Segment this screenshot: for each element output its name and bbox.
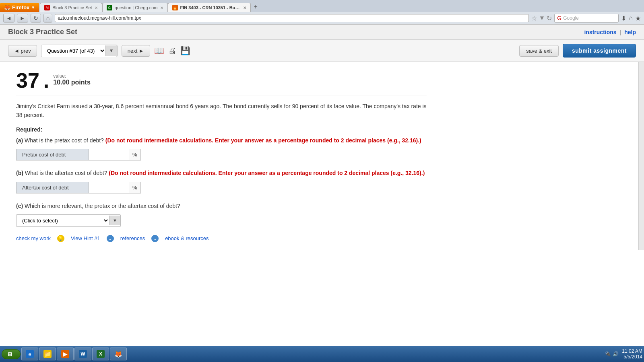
back-button[interactable]: ◄ <box>3 14 14 23</box>
forward-button[interactable]: ► <box>17 14 28 23</box>
firefox-label: Firefox <box>12 4 29 10</box>
part-a-question: What is the pretax cost of debt? <box>25 137 104 144</box>
tab-favicon-fin3403: 🔥 <box>172 5 178 10</box>
next-button[interactable]: next ► <box>122 45 150 57</box>
tab-favicon-chegg: G <box>107 5 112 10</box>
new-tab-button[interactable]: + <box>251 2 261 12</box>
part-c-label: (c) <box>16 203 23 209</box>
view-hint-link[interactable]: View Hint #1 <box>71 235 100 241</box>
part-c-dropdown-wrapper[interactable]: (Click to select) Pretax cost of debt Af… <box>16 214 121 227</box>
part-c-row: (c) Which is more relevant, the pretax o… <box>16 202 427 210</box>
question-area: 37 . value: 10.00 points Jiminy's Cricke… <box>0 62 443 250</box>
nav-bookmark-icon: ★ <box>635 14 641 22</box>
question-number-row: 37 . value: 10.00 points <box>16 70 427 91</box>
tab-close-chegg[interactable]: ✕ <box>160 6 163 10</box>
question-select[interactable]: Question #37 (of 43) <box>41 45 105 57</box>
home-button[interactable]: ⌂ <box>43 14 52 23</box>
value-label: value: <box>53 73 90 79</box>
search-engine-icon: G <box>557 15 561 21</box>
search-box[interactable]: G Google <box>554 14 619 23</box>
ebook-link[interactable]: ebook & resources <box>165 235 208 241</box>
tab-close-fin3403[interactable]: ✕ <box>243 6 246 10</box>
download-icon: ⬇ <box>621 14 626 22</box>
tab-fin3403[interactable]: 🔥 FIN 3403 - CRN 10351 - Business Fina..… <box>168 3 251 12</box>
reload-icon: ↻ <box>547 14 552 22</box>
references-link[interactable]: references <box>120 235 145 241</box>
part-c-question: Which is more relevant, the pretax or th… <box>25 203 180 209</box>
tab-chegg[interactable]: G question | Chegg.com ✕ <box>102 3 168 12</box>
bookmark-star-icon: ☆ <box>531 14 537 22</box>
hint-bulb-icon: 💡 <box>57 235 64 242</box>
part-b-instruction: (Do not round intermediate calculations.… <box>109 170 425 176</box>
part-c-block: (c) Which is more relevant, the pretax o… <box>16 202 427 227</box>
question-dot: . <box>43 70 49 91</box>
question-number: 37 <box>16 70 39 91</box>
part-a-label: (a) <box>16 137 23 144</box>
tab-close-block3[interactable]: ✕ <box>95 6 98 10</box>
part-b-label: (b) <box>16 170 23 176</box>
address-bar[interactable]: ezto.mhecloud.mcgraw-hill.com/hm.tpx <box>55 14 529 22</box>
part-b-input-label: Aftertax cost of debt <box>16 182 89 193</box>
page-header: Block 3 Practice Set instructions | help <box>0 25 644 40</box>
save-icon[interactable]: 💾 <box>180 46 190 56</box>
address-text: ezto.mhecloud.mcgraw-hill.com/hm.tpx <box>58 15 141 21</box>
tab-label-block3: Block 3 Practice Set <box>52 5 92 10</box>
part-a-row: (a) What is the pretax cost of debt? (Do… <box>16 136 427 145</box>
tab-favicon-block3: M <box>44 5 50 10</box>
print-icon[interactable]: 🖨 <box>168 46 176 56</box>
firefox-dropdown-icon: ▼ <box>31 5 35 10</box>
part-a-input-label: Pretax cost of debt <box>16 149 89 160</box>
header-links: instructions | help <box>584 29 636 35</box>
book-icon[interactable]: 📖 <box>154 46 164 56</box>
page-title: Block 3 Practice Set <box>8 28 77 36</box>
part-a-input[interactable] <box>89 149 129 160</box>
question-select-wrapper[interactable]: Question #37 (of 43) ▼ <box>41 45 118 57</box>
header-divider: | <box>620 29 621 35</box>
search-placeholder: Google <box>563 15 579 21</box>
save-exit-button[interactable]: save & exit <box>519 45 559 57</box>
part-a-instruction: (Do not round intermediate calculations.… <box>105 137 421 144</box>
reload-button[interactable]: ↻ <box>31 14 41 23</box>
part-b-question: What is the aftertax cost of debt? <box>25 170 107 176</box>
submit-assignment-button[interactable]: submit assignment <box>563 44 636 58</box>
tab-label-chegg: question | Chegg.com <box>115 5 158 10</box>
tab-block3[interactable]: M Block 3 Practice Set ✕ <box>40 3 102 12</box>
scrollbar-track[interactable] <box>638 62 644 250</box>
nav-home-icon: ⌂ <box>629 14 633 22</box>
question-text: Jiminy's Cricket Farm issued a 30-year, … <box>16 102 427 120</box>
ebook-chevron-icon: ⌄ <box>151 235 159 242</box>
bottom-links: check my work 💡 View Hint #1 ⌄ reference… <box>16 235 427 242</box>
part-b-input-row: Aftertax cost of debt % <box>16 182 427 193</box>
part-c-dropdown-arrow-icon: ▼ <box>109 216 120 225</box>
back-history-icon: ▼ <box>539 14 545 22</box>
part-b-row: (b) What is the aftertax cost of debt? (… <box>16 169 427 177</box>
part-b-input[interactable] <box>89 182 129 193</box>
part-b-block: (b) What is the aftertax cost of debt? (… <box>16 169 427 193</box>
tab-label-fin3403: FIN 3403 - CRN 10351 - Business Fina... <box>180 5 241 10</box>
question-divider <box>16 95 427 95</box>
value-block: value: 10.00 points <box>53 70 90 86</box>
check-my-work-link[interactable]: check my work <box>16 235 51 241</box>
references-chevron-icon: ⌄ <box>107 235 114 242</box>
part-c-dropdown[interactable]: (Click to select) Pretax cost of debt Af… <box>17 215 109 226</box>
part-a-block: (a) What is the pretax cost of debt? (Do… <box>16 136 427 160</box>
select-arrow-icon: ▼ <box>105 45 117 56</box>
prev-button[interactable]: ◄ prev <box>8 45 37 57</box>
part-a-input-row: Pretax cost of debt % <box>16 149 427 160</box>
value-points: 10.00 points <box>53 79 90 86</box>
firefox-icon: 🦊 <box>4 4 10 10</box>
required-label: Required: <box>16 126 427 133</box>
toolbar: ◄ prev Question #37 (of 43) ▼ next ► 📖 🖨… <box>0 40 644 62</box>
firefox-button[interactable]: 🦊 Firefox ▼ <box>0 3 39 12</box>
main-content: 37 . value: 10.00 points Jiminy's Cricke… <box>0 62 638 250</box>
instructions-link[interactable]: instructions <box>584 29 616 35</box>
help-link[interactable]: help <box>624 29 636 35</box>
part-a-unit: % <box>129 149 141 160</box>
part-b-unit: % <box>129 182 141 193</box>
